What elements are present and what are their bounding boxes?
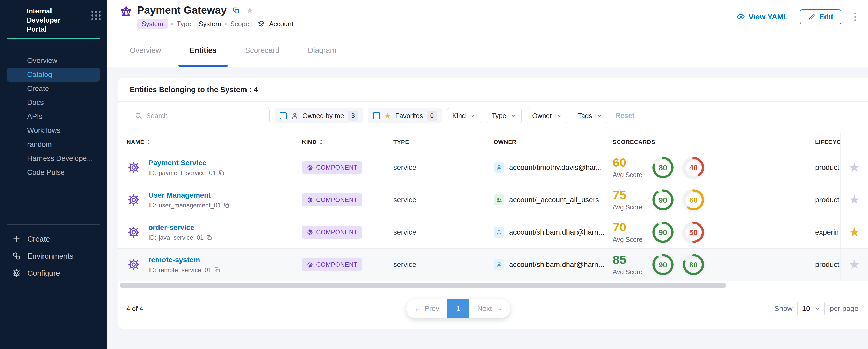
entity-name-link[interactable]: Payment Service [148, 159, 206, 167]
reset-filters-button[interactable]: Reset [616, 112, 635, 120]
sort-icon[interactable] [147, 139, 150, 145]
sidebar: Internal Developer Portal Overview Catal… [0, 0, 107, 349]
type-value: service [393, 260, 416, 269]
table-row-user-management[interactable]: User Management ID: user_management_01 C… [118, 184, 868, 216]
owned-by-me-filter[interactable]: Owned by me 3 [275, 108, 363, 123]
copy-title-icon[interactable] [232, 6, 240, 14]
scope-label: Scope : [230, 20, 253, 28]
panel-heading: Entities Belonging to the System : 4 [130, 86, 258, 94]
score-ring: 40 [682, 156, 705, 179]
sidebar-item-docs[interactable]: Docs [7, 96, 100, 109]
svg-text:80: 80 [689, 261, 698, 269]
owned-by-me-checkbox[interactable] [280, 112, 287, 119]
scorecard-rings: 9050 [652, 221, 705, 244]
copy-id-icon[interactable] [218, 169, 225, 176]
favorite-star[interactable]: ★ [849, 194, 860, 206]
pager: ← Prev 1 Next → [406, 299, 510, 318]
sidebar-divider [21, 52, 83, 52]
table-row-payment-service[interactable]: Payment Service ID: payment_service_01 C… [118, 151, 868, 184]
entities-panel: Entities Belonging to the System : 4 Own… [118, 78, 868, 329]
favorite-title-star-icon[interactable]: ★ [246, 6, 253, 15]
scorecard-rings: 8040 [652, 156, 705, 179]
column-header-owner: OWNER [482, 139, 603, 146]
favorite-star[interactable]: ★ [849, 226, 860, 239]
owner-group-icon [494, 194, 504, 205]
divider [645, 157, 645, 179]
tab-entities[interactable]: Entities [175, 34, 231, 67]
system-badge: System [137, 19, 167, 29]
bullet-separator [171, 23, 173, 25]
plus-icon [12, 234, 21, 244]
filter-dropdown-tags[interactable]: Tags [573, 108, 608, 123]
entity-name-link[interactable]: order-service [148, 223, 194, 231]
entity-id: ID: user_management_01 [148, 202, 230, 209]
account-scope-icon [257, 20, 266, 28]
current-page-button[interactable]: 1 [447, 299, 469, 318]
gear-icon [306, 196, 313, 203]
filter-dropdown-owner[interactable]: Owner [527, 108, 567, 123]
pagination-bar: 4 of 4 ← Prev 1 Next → Show 10 [118, 288, 868, 329]
more-options-kebab-icon[interactable] [853, 11, 857, 23]
sidebar-item-harness-develope[interactable]: Harness Develope... [7, 152, 100, 165]
chevron-down-icon [814, 306, 820, 312]
chevron-down-icon [470, 113, 476, 119]
scrollbar-thumb[interactable] [120, 283, 726, 288]
sidebar-item-catalog[interactable]: Catalog [7, 68, 100, 82]
next-page-button[interactable]: Next → [469, 299, 510, 318]
score-ring: 50 [682, 221, 705, 244]
sidebar-item-create[interactable]: Create [7, 82, 100, 96]
column-header-favorite [840, 133, 868, 151]
owner-value: account/_account_all_users [509, 196, 599, 204]
sidebar-item-workflows[interactable]: Workflows [7, 124, 100, 137]
sidebar-item-apis[interactable]: APIs [7, 109, 100, 124]
sidebar-item-create-new[interactable]: Create [0, 230, 107, 248]
owner-user-icon [494, 162, 504, 173]
divider [645, 254, 645, 276]
sidebar-item-code-pulse[interactable]: Code Pulse [7, 165, 100, 180]
sidebar-item-overview[interactable]: Overview [7, 54, 100, 68]
entity-name-link[interactable]: User Management [148, 191, 211, 199]
sidebar-item-configure[interactable]: Configure [0, 264, 107, 282]
prev-page-button[interactable]: ← Prev [406, 299, 447, 318]
tab-scorecard[interactable]: Scorecard [231, 34, 293, 67]
copy-id-icon[interactable] [206, 234, 212, 241]
avg-score: 85 Avg Score [613, 253, 645, 276]
pencil-icon [808, 13, 816, 21]
tab-overview[interactable]: Overview [116, 34, 175, 67]
filter-dropdown-kind[interactable]: Kind [447, 108, 481, 123]
copy-id-icon[interactable] [214, 267, 220, 273]
page-title: Payment Gateway [137, 4, 226, 16]
sidebar-item-environments[interactable]: Environments [0, 248, 107, 264]
page-size-select[interactable]: 10 [797, 301, 825, 316]
bullet-separator [225, 23, 226, 25]
score-ring: 90 [652, 253, 674, 276]
lifecycle-value: experimental [815, 228, 840, 236]
table-row-order-service[interactable]: order-service ID: java_service_01 COMPON… [118, 216, 868, 248]
edit-button[interactable]: Edit [800, 9, 841, 24]
view-yaml-button[interactable]: View YAML [737, 12, 788, 21]
favorite-star[interactable]: ★ [849, 258, 860, 271]
tab-diagram[interactable]: Diagram [293, 34, 351, 67]
favorites-checkbox[interactable] [373, 112, 380, 119]
sort-icon[interactable] [319, 139, 323, 145]
type-value: System [198, 20, 221, 28]
favorite-star[interactable]: ★ [849, 161, 860, 174]
search-input[interactable] [146, 112, 265, 120]
svg-text:90: 90 [659, 261, 667, 269]
table-row-remote-system[interactable]: remote-system ID: remote_service_01 COMP… [118, 248, 868, 281]
component-gear-icon [127, 258, 140, 271]
filter-dropdown-type[interactable]: Type [487, 108, 522, 123]
column-header-kind[interactable]: KIND [293, 139, 381, 146]
favorites-filter[interactable]: ★ Favorites 0 [368, 108, 442, 123]
module-grid-icon[interactable] [91, 11, 101, 20]
arrow-right-icon: → [495, 305, 502, 313]
entity-id: ID: payment_service_01 [148, 169, 225, 177]
eye-icon [737, 12, 745, 21]
sidebar-item-random[interactable]: random [7, 137, 100, 152]
svg-text:60: 60 [689, 196, 698, 204]
column-header-name[interactable]: NAME [118, 133, 293, 151]
score-ring: 80 [682, 253, 705, 276]
row-count-summary: 4 of 4 [126, 305, 143, 313]
copy-id-icon[interactable] [223, 202, 230, 209]
entity-name-link[interactable]: remote-system [148, 256, 200, 264]
